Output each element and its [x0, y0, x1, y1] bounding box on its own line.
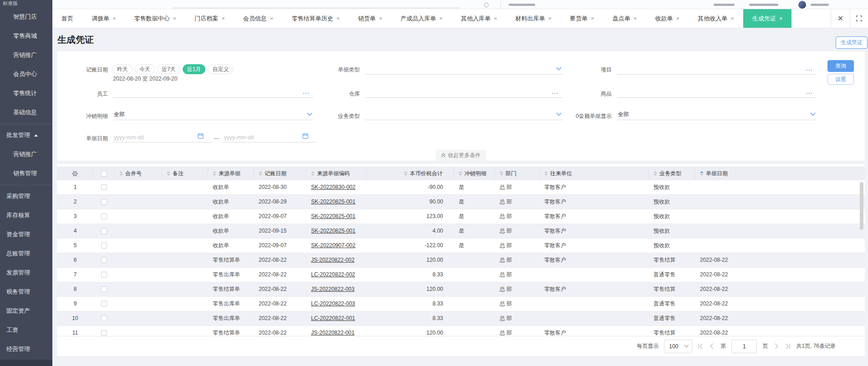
more-icon[interactable]: ··· [303, 90, 310, 97]
tab-要货单[interactable]: 要货单× [561, 9, 603, 28]
sidebar-item-营销推广[interactable]: 营销推广 [0, 145, 52, 164]
tab-材料出库单[interactable]: 材料出库单× [506, 9, 561, 28]
column-header-业务类型[interactable]: 业务类型 [649, 167, 695, 180]
column-header-来源单据[interactable]: 来源单据 [208, 167, 254, 180]
close-tab-icon[interactable]: × [173, 15, 177, 22]
settings-button[interactable]: 设置 [827, 74, 854, 85]
sidebar-item-营销推广[interactable]: 营销推广 [0, 46, 52, 65]
close-tab-icon[interactable]: × [730, 15, 734, 22]
collapse-more-conditions[interactable]: 收起更多条件 [436, 150, 486, 161]
row-checkbox[interactable] [101, 301, 107, 307]
quick-range-近1月[interactable]: 近1月 [183, 64, 206, 74]
chevron-down-icon[interactable] [810, 111, 816, 117]
source-doc-link[interactable]: LC-20220822-002 [311, 271, 355, 278]
table-row[interactable]: 4收款单2022-09-15SK-20220825-0014.00是总 部零散客… [57, 224, 865, 239]
sidebar-item-批发管理[interactable]: 批发管理 [0, 126, 52, 145]
sidebar-item-经营管理[interactable]: 经营管理 [0, 340, 52, 359]
table-row[interactable]: 6零售结算单2022-08-22JS-20220822-002120.00总 部… [57, 253, 865, 268]
tab-调拨单[interactable]: 调拨单× [82, 9, 125, 28]
column-header-记账日期[interactable]: 记账日期 [254, 167, 306, 180]
fullscreen-icon[interactable] [850, 9, 868, 28]
avatar[interactable] [798, 1, 806, 9]
employee-field[interactable]: ··· [113, 87, 313, 98]
close-tab-icon[interactable]: × [633, 15, 637, 22]
tab-其他入库单[interactable]: 其他入库单× [452, 9, 506, 28]
sort-icon[interactable] [119, 171, 123, 176]
table-row[interactable]: 3收款单2022-09-07SK-20220825-001123.00是总 部零… [57, 209, 865, 224]
source-doc-link[interactable]: SK-20220825-001 [311, 213, 355, 219]
tab-会员信息[interactable]: 会员信息× [234, 9, 283, 28]
close-tab-icon[interactable]: × [676, 15, 680, 22]
doc-date-start-input[interactable]: yyyy-mm-dd [113, 132, 212, 142]
sidebar-item-固定资产[interactable]: 固定资产 [0, 301, 52, 320]
row-checkbox[interactable] [101, 214, 107, 219]
sort-icon[interactable] [404, 171, 408, 176]
tab-销货单[interactable]: 销货单× [349, 9, 392, 28]
table-row[interactable]: 7零售出库单2022-08-22LC-20220822-0028.33总 部普通… [57, 268, 865, 282]
column-header-冲销明细[interactable]: 冲销明细 [454, 167, 495, 180]
sort-icon[interactable] [311, 171, 315, 176]
sidebar-item-基础信息[interactable]: 基础信息 [0, 103, 52, 122]
table-row[interactable]: 9零售出库单2022-08-22LC-20220822-0038.33总 部普通… [57, 297, 865, 311]
tab-其他收入单[interactable]: 其他收入单× [689, 9, 743, 28]
top-search-underline[interactable] [173, 8, 460, 8]
column-header-往来单位[interactable]: 往来单位 [540, 167, 649, 180]
row-checkbox[interactable] [101, 257, 107, 263]
prev-page-button[interactable] [709, 343, 715, 349]
quick-range-自定义[interactable]: 自定义 [208, 64, 233, 74]
sidebar-item-零售统计[interactable]: 零售统计 [0, 84, 52, 103]
more-icon[interactable]: ··· [806, 67, 813, 73]
column-header-本币价税合计[interactable]: 本币价税合计 [367, 167, 454, 180]
quick-range-昨天[interactable]: 昨天 [112, 64, 133, 74]
close-tab-icon[interactable]: × [112, 15, 116, 22]
row-checkbox[interactable] [101, 286, 107, 292]
doc-date-end-input[interactable]: yyyy-mm-dd [223, 132, 317, 142]
column-header-部门[interactable]: 部门 [495, 167, 540, 180]
row-checkbox[interactable] [101, 243, 107, 249]
sidebar-item-零售商城[interactable]: 零售商城 [0, 26, 52, 46]
vertical-scrollbar[interactable] [860, 182, 863, 230]
sort-icon[interactable] [654, 171, 657, 176]
sort-icon[interactable] [167, 171, 170, 176]
tab-收款单[interactable]: 收款单× [646, 9, 689, 28]
close-tab-icon[interactable]: × [270, 15, 274, 22]
source-doc-link[interactable]: JS-20220822-002 [311, 257, 354, 263]
biz-type-select[interactable] [365, 109, 562, 120]
row-checkbox[interactable] [101, 272, 107, 278]
sidebar-item-工资[interactable]: 工资 [0, 320, 52, 340]
next-page-button[interactable] [773, 343, 779, 349]
select-all-checkbox[interactable] [101, 171, 107, 177]
more-icon[interactable]: ··· [552, 90, 559, 97]
sidebar-item-销售管理[interactable]: 销售管理 [0, 164, 52, 183]
sidebar-item-采购管理[interactable]: 采购管理 [0, 187, 52, 206]
per-page-select[interactable]: 100 [664, 340, 692, 353]
row-checkbox[interactable] [101, 184, 107, 190]
table-row[interactable]: 10零售出库单2022-08-22LC-20220822-0018.33总 部普… [57, 311, 865, 326]
sidebar-item-智慧门店[interactable]: 智慧门店 [0, 7, 52, 26]
tab-零售数据中心[interactable]: 零售数据中心× [125, 9, 186, 28]
table-row[interactable]: 5收款单2022-09-07SK-20220907-002-122.00是总 部… [57, 239, 865, 253]
source-doc-link[interactable]: SK-20220825-001 [311, 198, 355, 205]
chevron-down-icon[interactable] [556, 66, 562, 72]
sidebar-item-税务管理[interactable]: 税务管理 [0, 282, 52, 301]
column-header-合并号[interactable]: 合并号 [115, 167, 162, 180]
row-checkbox[interactable] [101, 199, 107, 205]
source-doc-link[interactable]: JS-20220822-003 [311, 286, 354, 292]
sidebar-item-库存核算[interactable]: 库存核算 [0, 206, 52, 225]
tab-零售结算单历史[interactable]: 零售结算单历史× [282, 9, 349, 28]
close-tab-icon[interactable]: × [336, 15, 340, 22]
sidebar-item-会员中心[interactable]: 会员中心 [0, 65, 52, 84]
zero-amount-select[interactable]: 全部 [617, 109, 817, 120]
source-doc-link[interactable]: SK-20220907-002 [311, 242, 355, 249]
sort-icon[interactable] [259, 171, 262, 176]
table-row[interactable]: 2收款单2022-08-29SK-20220825-00190.00是总 部零散… [57, 195, 865, 209]
column-header-备注[interactable]: 备注 [162, 167, 208, 180]
last-page-button[interactable] [785, 343, 791, 349]
tab-产成品入库单[interactable]: 产成品入库单× [392, 9, 452, 28]
table-row[interactable]: 8零售结算单2022-08-22JS-20220822-003120.00总 部… [57, 282, 865, 297]
tab-生成凭证[interactable]: 生成凭证× [743, 9, 792, 28]
project-field[interactable]: ··· [617, 64, 817, 75]
quick-range-近7天[interactable]: 近7天 [157, 64, 180, 74]
sort-icon[interactable] [500, 171, 503, 176]
source-doc-link[interactable]: LC-20220822-003 [311, 300, 355, 307]
